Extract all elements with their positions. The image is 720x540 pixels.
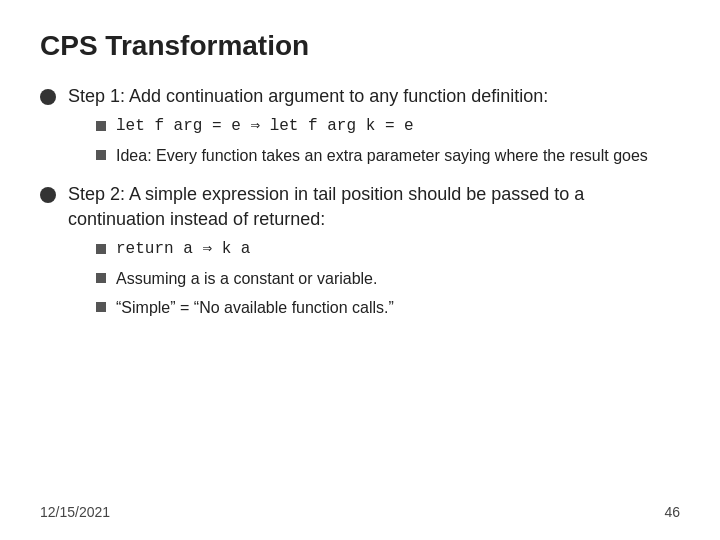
step1-sub1-marker [96, 121, 106, 131]
step2-sub3: “Simple” = “No available function calls.… [96, 296, 680, 319]
step2-sub2-marker [96, 273, 106, 283]
slide-footer: 12/15/2021 46 [40, 496, 680, 520]
step2-sub1-marker [96, 244, 106, 254]
step1-sub-bullets: let f arg = e ⇒ let f arg k = e Idea: Ev… [96, 115, 680, 167]
step1-sub1-text: let f arg = e ⇒ let f arg k = e [116, 115, 414, 138]
step1-sub2: Idea: Every function takes an extra para… [96, 144, 680, 167]
step2-sub-bullets: return a ⇒ k a Assuming a is a constant … [96, 238, 680, 320]
step1-sub1: let f arg = e ⇒ let f arg k = e [96, 115, 680, 138]
step2-sub3-marker [96, 302, 106, 312]
footer-date: 12/15/2021 [40, 504, 110, 520]
step1-sub2-marker [96, 150, 106, 160]
step2-sub3-text: “Simple” = “No available function calls.… [116, 296, 394, 319]
step2-sub2-text: Assuming a is a constant or variable. [116, 267, 377, 290]
slide: CPS Transformation Step 1: Add continuat… [0, 0, 720, 540]
bullet-marker-step1 [40, 89, 56, 105]
footer-page: 46 [664, 504, 680, 520]
step2-sub2: Assuming a is a constant or variable. [96, 267, 680, 290]
step1-sub2-text: Idea: Every function takes an extra para… [116, 144, 648, 167]
bullet-step2-text: Step 2: A simple expression in tail posi… [68, 182, 680, 232]
bullet-step2: Step 2: A simple expression in tail posi… [40, 182, 680, 324]
bullet-marker-step2 [40, 187, 56, 203]
bullet-step1-text: Step 1: Add continuation argument to any… [68, 84, 680, 109]
bullet-step1: Step 1: Add continuation argument to any… [40, 84, 680, 172]
step2-sub1-text: return a ⇒ k a [116, 238, 250, 261]
slide-title: CPS Transformation [40, 30, 680, 62]
slide-content: Step 1: Add continuation argument to any… [40, 84, 680, 496]
step2-sub1: return a ⇒ k a [96, 238, 680, 261]
